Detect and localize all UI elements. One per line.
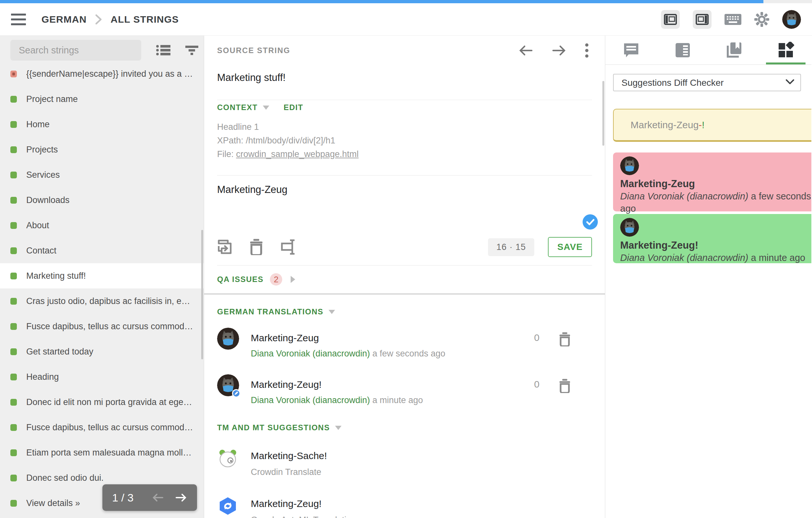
search-box — [10, 40, 141, 61]
card-time: a minute ago — [748, 252, 805, 263]
translator-avatar — [217, 374, 239, 396]
menu-button[interactable] — [11, 13, 27, 25]
translator-avatar — [217, 328, 239, 349]
german-translations-header: GERMAN TRANSLATIONS — [217, 306, 592, 317]
select-text-button[interactable] — [280, 239, 297, 255]
editor-scrollbar[interactable] — [602, 81, 604, 146]
toggle-left-panel-button[interactable] — [661, 10, 680, 29]
tab-comments[interactable] — [605, 36, 657, 64]
string-list-view-button[interactable] — [156, 44, 170, 56]
previous-string-button[interactable] — [519, 45, 533, 56]
string-item[interactable]: About — [0, 213, 204, 238]
string-item[interactable]: Donec id elit non mi porta gravida at eg… — [0, 390, 204, 415]
diff-suggestion-card[interactable]: Marketing-Zeug! Diana Voroniak (dianacro… — [613, 214, 811, 263]
translation-time: a few seconds ago — [370, 349, 445, 358]
filter-strings-button[interactable] — [185, 45, 198, 55]
page-indicator: 1 / 3 — [112, 491, 134, 504]
context-file-line: File: crowdin_sample_webpage.html — [217, 147, 592, 161]
hamburger-icon — [11, 13, 26, 16]
string-item-selected[interactable]: Marketing stuff! — [0, 263, 204, 288]
delete-translation-button[interactable] — [250, 239, 263, 255]
avatar — [620, 218, 639, 237]
char-counter: 16 · 15 — [488, 238, 534, 256]
toggle-right-panel-button[interactable] — [693, 10, 712, 29]
string-status-translated-icon — [10, 197, 17, 204]
check-icon — [586, 218, 594, 226]
string-item-label: Marketing stuff! — [26, 271, 86, 281]
tab-glossary[interactable] — [708, 36, 760, 64]
delete-suggestion-button[interactable] — [559, 332, 571, 346]
diff-checker-select[interactable]: Suggestions Diff Checker — [613, 74, 801, 91]
context-row: CONTEXT EDIT — [217, 102, 592, 113]
suggestion-body: Marketing-Zeug! Google AutoML Translatio… — [251, 495, 356, 518]
keyboard-shortcuts-button[interactable] — [725, 13, 742, 26]
string-status-translated-icon — [10, 500, 17, 507]
string-item-label: Etiam porta sem malesuada magna moll… — [26, 448, 192, 458]
breadcrumb: GERMAN ALL STRINGS — [41, 14, 179, 25]
search-input[interactable] — [19, 45, 133, 56]
string-item[interactable]: Services — [0, 162, 204, 187]
approve-translation-button[interactable] — [583, 214, 598, 230]
cat-avatar-image — [620, 218, 639, 237]
string-item[interactable]: Downloads — [0, 187, 204, 213]
breadcrumb-section[interactable]: ALL STRINGS — [111, 14, 178, 25]
string-item[interactable]: {{senderName|escape}} invited you as a … — [0, 61, 204, 86]
translation-author-link[interactable]: Diana Voroniak (dianacrowdin) — [251, 349, 370, 358]
string-status-translated-icon — [10, 348, 17, 355]
string-item-label: Donec id elit non mi porta gravida at eg… — [26, 397, 192, 407]
context-edit-button[interactable]: EDIT — [284, 103, 303, 112]
sidebar-scrollbar[interactable] — [201, 230, 203, 359]
breadcrumb-language[interactable]: GERMAN — [41, 14, 87, 25]
string-item[interactable]: Contact — [0, 238, 204, 263]
string-item[interactable]: Project name — [0, 86, 204, 112]
string-item[interactable]: Fusce dapibus, tellus ac cursus commod… — [0, 415, 204, 440]
diff-suggestion-card[interactable]: Marketing-Zeug Diana Voroniak (dianacrow… — [613, 152, 811, 211]
translation-row[interactable]: Marketing-Zeug! Diana Voroniak (dianacro… — [217, 374, 592, 405]
avatar — [217, 328, 239, 349]
file-link[interactable]: crowdin_sample_webpage.html — [236, 149, 359, 159]
suggestion-text: Marketing-Sache! — [251, 449, 327, 462]
string-item[interactable]: Etiam porta sem malesuada magna moll… — [0, 440, 204, 465]
context-toggle[interactable]: CONTEXT — [217, 103, 258, 112]
tab-apps[interactable] — [760, 36, 811, 64]
string-item[interactable]: Home — [0, 112, 204, 137]
suggestion-row[interactable]: Marketing-Zeug! Google AutoML Translatio… — [217, 495, 592, 518]
user-avatar[interactable] — [782, 10, 801, 29]
editor-toolbar-right: 16 · 15 SAVE — [488, 237, 592, 257]
suggestion-row[interactable]: Marketing-Sache! Crowdin Translate — [217, 448, 592, 477]
string-item-label: Heading — [26, 372, 59, 382]
string-item-label: Services — [26, 170, 60, 180]
filter-icon — [185, 45, 198, 55]
settings-button[interactable] — [754, 12, 769, 27]
translation-input[interactable]: Marketing-Zeug — [217, 184, 592, 233]
string-status-translated-icon — [10, 298, 17, 305]
translation-row[interactable]: Marketing-Zeug Diana Voroniak (dianacrow… — [217, 328, 592, 359]
string-status-translated-icon — [10, 323, 17, 330]
more-options-button[interactable] — [585, 43, 589, 58]
string-item[interactable]: Get started today — [0, 339, 204, 364]
translation-author-link[interactable]: Diana Voroniak (dianacrowdin) — [251, 395, 370, 405]
previous-page-button[interactable] — [152, 492, 164, 503]
delete-suggestion-button[interactable] — [559, 379, 571, 393]
translation-actions: 0 — [534, 379, 592, 405]
comment-icon — [623, 42, 640, 58]
string-item[interactable]: Fusce dapibus, tellus ac cursus commod… — [0, 314, 204, 339]
tab-context[interactable] — [657, 36, 708, 64]
string-item[interactable]: Projects — [0, 137, 204, 162]
string-status-translated-icon — [10, 96, 17, 103]
next-string-button[interactable] — [552, 45, 566, 56]
german-translations-label[interactable]: GERMAN TRANSLATIONS — [217, 307, 323, 316]
strings-sidebar: {{senderName|escape}} invited you as a …… — [0, 36, 204, 518]
next-page-button[interactable] — [175, 492, 187, 503]
qa-issues-row[interactable]: QA ISSUES 2 — [217, 266, 592, 293]
string-item[interactable]: Heading — [0, 364, 204, 390]
save-button[interactable]: SAVE — [548, 237, 592, 257]
card-author: Diana Voroniak (dianacrowdin) — [620, 252, 748, 263]
copy-source-button[interactable] — [217, 239, 233, 255]
tm-suggestions-label[interactable]: TM AND MT SUGGESTIONS — [217, 423, 330, 432]
string-item[interactable]: Cras justo odio, dapibus ac facilisis in… — [0, 288, 204, 314]
string-item-label: {{senderName|escape}} invited you as a … — [26, 69, 193, 79]
pencil-glyph — [234, 391, 238, 395]
chevron-down-icon — [263, 105, 269, 110]
chevron-down-icon — [335, 426, 342, 430]
